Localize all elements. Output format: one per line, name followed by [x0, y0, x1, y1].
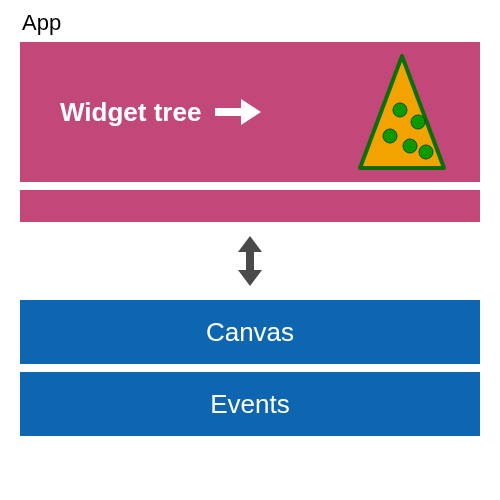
- widget-tree-sublayer: [20, 190, 480, 222]
- svg-point-4: [411, 115, 425, 129]
- svg-marker-10: [238, 270, 262, 286]
- events-label: Events: [210, 389, 290, 420]
- svg-rect-9: [246, 250, 254, 272]
- app-label: App: [20, 10, 480, 36]
- widget-tree-label: Widget tree: [60, 97, 201, 128]
- svg-marker-1: [241, 99, 261, 125]
- arrow-right-icon: [215, 99, 261, 125]
- canvas-layer: Canvas: [20, 300, 480, 364]
- svg-marker-8: [238, 236, 262, 252]
- canvas-label: Canvas: [206, 317, 294, 348]
- widget-tree-layer: Widget tree: [20, 42, 480, 182]
- svg-point-7: [419, 145, 433, 159]
- svg-point-5: [383, 129, 397, 143]
- bidirectional-arrow-icon: [20, 222, 480, 300]
- svg-point-3: [393, 103, 407, 117]
- pizza-slice-icon: [354, 52, 450, 178]
- events-layer: Events: [20, 372, 480, 436]
- svg-point-6: [403, 139, 417, 153]
- svg-rect-0: [215, 108, 241, 116]
